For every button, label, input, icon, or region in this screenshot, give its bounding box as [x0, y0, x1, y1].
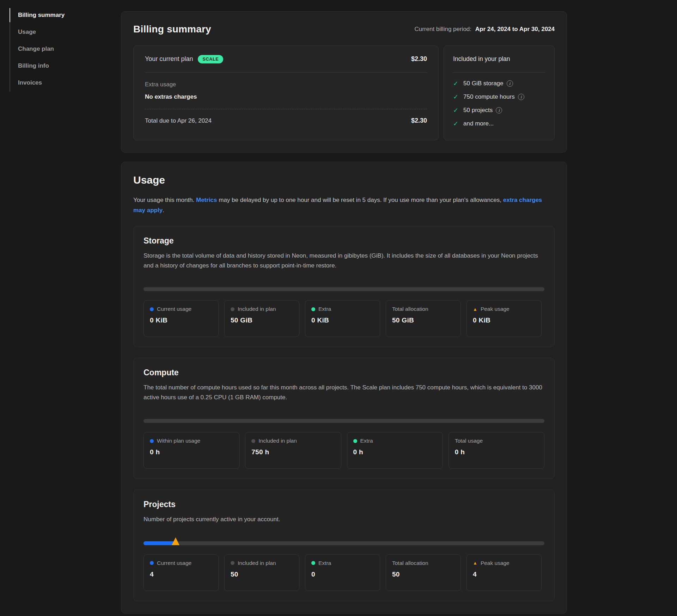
- stat-value: 750 h: [251, 448, 335, 456]
- stat-value: 4: [473, 571, 535, 578]
- sidebar-item-label: Usage: [18, 29, 36, 36]
- stat-value: 0 KiB: [150, 316, 212, 324]
- billing-title: Billing summary: [133, 24, 211, 35]
- main-content: Billing summary Current billing period: …: [121, 11, 567, 614]
- check-icon: ✓: [453, 93, 458, 101]
- current-plan-row: Your current plan SCALE $2.30: [145, 46, 427, 73]
- included-item-label: and more...: [463, 120, 494, 127]
- plan-card: Your current plan SCALE $2.30 Extra usag…: [133, 45, 439, 140]
- intro-text: .: [163, 207, 164, 214]
- stat-label: Total usage: [455, 438, 483, 444]
- metrics-link[interactable]: Metrics: [196, 197, 217, 203]
- info-icon[interactable]: i: [518, 94, 524, 100]
- included-item-label: 750 compute hours: [463, 93, 515, 100]
- stat-label: Extra: [318, 306, 331, 312]
- check-icon: ✓: [453, 80, 458, 87]
- sidebar-item-label: Invoices: [18, 79, 42, 86]
- storage-card: Storage Storage is the total volume of d…: [133, 226, 555, 347]
- billing-period-label: Current billing period:: [414, 26, 471, 32]
- check-icon: ✓: [453, 120, 458, 128]
- included-item-more: ✓ and more...: [453, 117, 545, 130]
- sidebar-item-usage[interactable]: Usage: [18, 24, 98, 41]
- stat-value: 0 h: [353, 448, 437, 456]
- sidebar-nav: Billing summary Usage Change plan Billin…: [10, 7, 98, 91]
- stat-label: Included in plan: [238, 306, 276, 312]
- stat-value: 0 KiB: [311, 316, 374, 324]
- included-list: ✓ 50 GiB storage i ✓ 750 compute hours i…: [453, 73, 545, 130]
- projects-card: Projects Number of projects currently ac…: [133, 489, 555, 601]
- info-icon[interactable]: i: [496, 107, 502, 113]
- peak-marker-icon: [172, 537, 179, 545]
- green-dot-icon: [353, 439, 357, 443]
- stat-value: 0: [311, 571, 374, 578]
- compute-progress-track: [144, 419, 544, 423]
- stat-box-included-in-plan: Included in plan 750 h: [245, 432, 341, 469]
- stat-value: 0 KiB: [473, 316, 535, 324]
- stat-box-extra: Extra 0: [305, 554, 380, 591]
- stat-label: Within plan usage: [157, 438, 200, 444]
- compute-card: Compute The total number of compute hour…: [133, 358, 555, 479]
- plan-badge: SCALE: [198, 55, 223, 63]
- projects-stats: Current usage 4 Included in plan 50 Extr…: [144, 554, 544, 591]
- stat-label: Current usage: [157, 560, 191, 566]
- billing-header: Billing summary Current billing period: …: [133, 24, 555, 35]
- billing-period: Current billing period: Apr 24, 2024 to …: [414, 26, 555, 33]
- plan-amount: $2.30: [411, 55, 427, 63]
- total-due-row: Total due to Apr 26, 2024 $2.30: [145, 117, 427, 124]
- stat-box-extra: Extra 0 KiB: [305, 300, 380, 337]
- current-plan-label: Your current plan: [145, 55, 193, 63]
- sidebar-item-billing-summary[interactable]: Billing summary: [18, 7, 98, 24]
- included-panel: Included in your plan ✓ 50 GiB storage i…: [444, 45, 555, 140]
- total-due-label: Total due to Apr 26, 2024: [145, 117, 212, 124]
- triangle-icon: ▲: [473, 307, 477, 312]
- stat-value: 0 h: [455, 448, 538, 456]
- sidebar-item-label: Billing summary: [18, 12, 65, 19]
- stat-label: Included in plan: [258, 438, 297, 444]
- stat-box-included-in-plan: Included in plan 50 GiB: [224, 300, 299, 337]
- sidebar-item-label: Billing info: [18, 62, 49, 69]
- gray-dot-icon: [251, 439, 255, 443]
- sidebar-item-billing-info[interactable]: Billing info: [18, 57, 98, 74]
- total-due-amount: $2.30: [411, 117, 427, 124]
- storage-description: Storage is the total volume of data and …: [144, 251, 544, 270]
- info-icon[interactable]: i: [507, 80, 513, 87]
- included-item-compute-hours: ✓ 750 compute hours i: [453, 90, 545, 104]
- stat-box-total-usage: Total usage 0 h: [449, 432, 544, 469]
- blue-dot-icon: [150, 561, 154, 565]
- storage-progress-track: [144, 287, 544, 291]
- green-dot-icon: [311, 307, 315, 311]
- stat-value: 50 GiB: [392, 316, 455, 324]
- stat-value: 50: [392, 571, 455, 578]
- sidebar-item-invoices[interactable]: Invoices: [18, 74, 98, 91]
- intro-text: Your usage this month.: [133, 197, 196, 203]
- included-item-label: 50 projects: [463, 107, 493, 114]
- billing-period-value: Apr 24, 2024 to Apr 30, 2024: [475, 26, 555, 32]
- sidebar-item-label: Change plan: [18, 45, 54, 53]
- stat-box-peak-usage: ▲Peak usage 4: [466, 554, 542, 591]
- blue-dot-icon: [150, 307, 154, 311]
- intro-text: may be delayed by up to one hour and wil…: [217, 197, 503, 203]
- projects-description: Number of projects currently active in y…: [144, 515, 544, 524]
- compute-description: The total number of compute hours used s…: [144, 383, 544, 402]
- storage-stats: Current usage 0 KiB Included in plan 50 …: [144, 300, 544, 337]
- billing-summary-panel: Billing summary Current billing period: …: [121, 11, 567, 153]
- stat-label: Total allocation: [392, 560, 428, 566]
- stat-label: Included in plan: [238, 560, 276, 566]
- stat-value: 50 GiB: [231, 316, 293, 324]
- billing-sidebar: Billing summary Usage Change plan Billin…: [10, 7, 98, 91]
- stat-value: 0 h: [150, 448, 233, 456]
- stat-box-total-allocation: Total allocation 50 GiB: [386, 300, 461, 337]
- sidebar-item-change-plan[interactable]: Change plan: [18, 41, 98, 57]
- stat-label: Peak usage: [481, 560, 510, 566]
- stat-label: Peak usage: [481, 306, 510, 312]
- stat-value: 50: [231, 571, 293, 578]
- usage-title: Usage: [133, 174, 555, 186]
- stat-box-extra: Extra 0 h: [347, 432, 443, 469]
- stat-box-included-in-plan: Included in plan 50: [224, 554, 299, 591]
- triangle-icon: ▲: [473, 560, 477, 566]
- stat-label: Extra: [360, 438, 373, 444]
- check-icon: ✓: [453, 106, 458, 114]
- extra-usage-value: No extras charges: [145, 93, 427, 109]
- compute-title: Compute: [144, 368, 544, 377]
- stat-label: Total allocation: [392, 306, 428, 312]
